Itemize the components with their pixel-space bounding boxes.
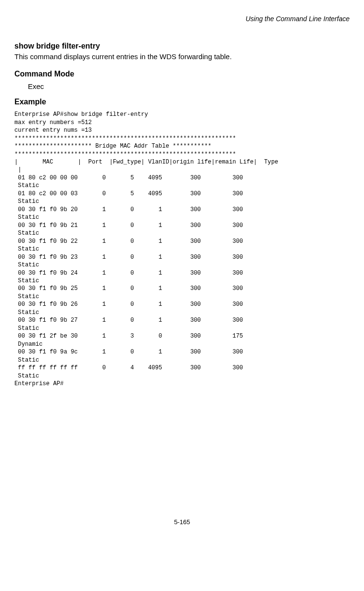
command-description: This command displays current entries in…	[14, 52, 350, 62]
console-output: Enterprise AP#show bridge filter-entry m…	[14, 111, 350, 388]
command-mode-heading: Command Mode	[14, 69, 350, 79]
page-number: 5-165	[14, 518, 350, 527]
running-header: Using the Command Line Interface	[14, 14, 350, 24]
command-mode-value: Exec	[14, 82, 350, 91]
example-heading: Example	[14, 97, 350, 107]
command-name: show bridge filter-entry	[14, 41, 350, 51]
